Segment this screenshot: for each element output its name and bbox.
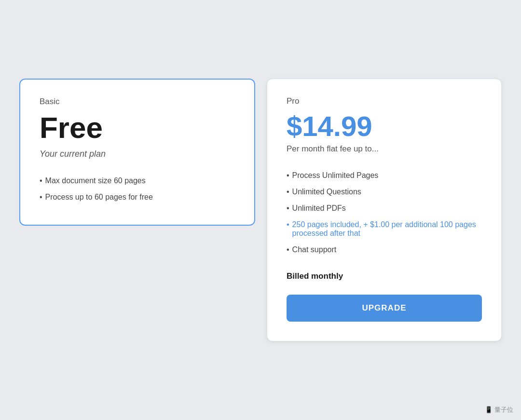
watermark-label: 📱 量子位 (485, 406, 513, 414)
upgrade-button[interactable]: UPGRADE (287, 295, 482, 322)
pro-subtitle: Per month flat fee up to... (287, 144, 482, 154)
pro-plan-card: Pro $14.99 Per month flat fee up to... P… (267, 79, 502, 342)
pro-feature-3: Unlimited PDFs (287, 200, 482, 217)
pricing-container: Basic Free Your current plan Max documen… (19, 79, 502, 342)
basic-plan-name: Basic (40, 97, 235, 107)
pro-price: $14.99 (287, 111, 482, 142)
basic-feature-2: Process up to 60 pages for free (40, 189, 235, 205)
pro-feature-1: Process Unlimited Pages (287, 167, 482, 184)
pro-feature-5: Chat support (287, 242, 482, 258)
pro-feature-4: 250 pages included, + $1.00 per addition… (287, 217, 482, 242)
current-plan-label: Your current plan (40, 149, 235, 159)
pro-feature-list: Process Unlimited Pages Unlimited Questi… (287, 167, 482, 258)
basic-feature-1: Max document size 60 pages (40, 173, 235, 189)
basic-price: Free (40, 111, 235, 144)
billed-label: Billed monthly (287, 271, 482, 281)
basic-feature-list: Max document size 60 pages Process up to… (40, 173, 235, 205)
basic-plan-card: Basic Free Your current plan Max documen… (19, 79, 255, 226)
pro-feature-2: Unlimited Questions (287, 184, 482, 200)
pro-plan-name: Pro (287, 96, 482, 106)
